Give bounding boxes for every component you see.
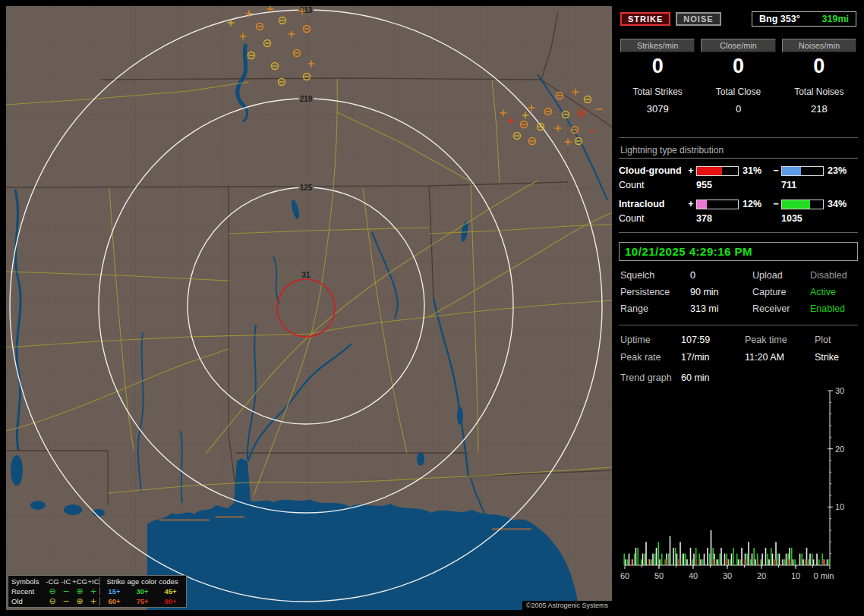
cloud-ground-label: Cloud-ground — [619, 165, 686, 176]
svg-text:313: 313 — [300, 6, 313, 14]
cg-pos-bar-fill — [697, 167, 722, 175]
legend-old-label: Old — [10, 597, 45, 605]
legend-col-neg-cg: -CG — [45, 577, 60, 586]
strikes-per-min-button[interactable]: Strikes/min — [620, 39, 695, 52]
trend-graph-label: Trend graph — [620, 372, 681, 383]
ic-pos-pct: 12% — [739, 199, 771, 209]
bearing-value: Bng 353° — [759, 14, 800, 24]
cg-neg-count: 711 — [771, 180, 856, 190]
age-75: 75+ — [136, 597, 148, 605]
noises-per-min-button[interactable]: Noises/min — [782, 39, 856, 52]
strikes-per-min-value: 0 — [620, 55, 695, 77]
count-label: Count — [619, 180, 686, 190]
age-45: 45+ — [164, 587, 176, 596]
peak-rate-label: Peak rate — [620, 352, 681, 363]
svg-text:40: 40 — [689, 571, 698, 580]
ic-neg-bar — [781, 200, 824, 209]
svg-text:219: 219 — [300, 95, 313, 103]
bearing-range: 319mi — [822, 14, 849, 24]
uptime-value: 107:59 — [681, 335, 745, 345]
persistence-label: Persistence — [620, 287, 690, 297]
cg-neg-bar-fill — [782, 167, 801, 175]
divider — [619, 325, 858, 325]
ic-pos-count: 378 — [686, 213, 771, 224]
strike-toggle-button[interactable]: STRIKE — [620, 12, 670, 26]
svg-text:30: 30 — [723, 571, 732, 580]
map-svg: 31321912531 — [6, 6, 612, 610]
ic-pos-bar — [696, 200, 739, 209]
recent-pos-cg-icon: ⊕ — [72, 587, 87, 596]
svg-text:10: 10 — [791, 571, 800, 580]
recent-neg-cg-icon: ⊖ — [45, 587, 60, 596]
legend-age-title: Strike age color codes — [99, 577, 184, 586]
receiver-label: Receiver — [752, 303, 810, 314]
copyright-text: ©2005 Astrogenic Systems — [522, 601, 612, 610]
range-value: 313 mi — [690, 303, 752, 314]
trend-graph-window: 60 min — [681, 372, 856, 383]
cg-neg-pct: 23% — [824, 165, 856, 176]
uptime-label: Uptime — [620, 335, 681, 345]
svg-text:60: 60 — [620, 571, 629, 580]
ic-neg-bar-fill — [782, 200, 810, 209]
peak-time-value: 11:20 AM — [745, 352, 815, 363]
legend-col-pos-ic: +IC — [87, 577, 99, 586]
age-60: 60+ — [108, 597, 120, 605]
total-close-value: 0 — [701, 103, 775, 115]
upload-status: Disabled — [810, 270, 856, 281]
ic-neg-pct: 34% — [824, 199, 856, 209]
map-legend: Symbols -CG -IC +CG +IC Strike age color… — [8, 575, 187, 608]
peak-time-label: Peak time — [745, 335, 815, 345]
datetime-display: 10/21/2025 4:29:16 PM — [619, 242, 858, 261]
ic-pos-bar-fill — [697, 200, 707, 209]
range-label: Range — [620, 303, 690, 314]
cg-pos-count: 955 — [686, 180, 771, 190]
minus-sign: − — [771, 165, 781, 176]
right-panel: STRIKE NOISE Bng 353° 319mi Strikes/min … — [619, 6, 858, 610]
noises-per-min-value: 0 — [782, 55, 856, 77]
legend-recent-label: Recent — [10, 587, 45, 596]
svg-text:50: 50 — [654, 571, 664, 580]
plus-sign: + — [686, 199, 696, 209]
old-pos-cg-icon: ⊕ — [72, 597, 87, 605]
plus-sign: + — [686, 165, 696, 176]
divider — [619, 232, 858, 233]
old-pos-ic-icon: + — [87, 597, 99, 605]
svg-text:0 min: 0 min — [814, 571, 834, 580]
total-close-label: Total Close — [701, 86, 775, 97]
svg-text:30: 30 — [835, 386, 844, 395]
squelch-label: Squelch — [620, 270, 690, 281]
svg-text:10: 10 — [835, 502, 844, 511]
intracloud-label: Intracloud — [619, 199, 686, 209]
ic-neg-count: 1035 — [771, 213, 856, 224]
receiver-status: Enabled — [810, 303, 856, 314]
count-label: Count — [619, 213, 686, 224]
total-noises-label: Total Noises — [782, 86, 856, 97]
close-per-min-button[interactable]: Close/min — [701, 39, 775, 52]
trend-graph: 1020306050403020100 min — [620, 386, 856, 585]
total-strikes-label: Total Strikes — [620, 86, 695, 97]
distribution-title: Lightning type distribution — [619, 138, 858, 159]
plot-label: Plot — [815, 335, 856, 345]
legend-symbols-header: Symbols — [10, 577, 45, 586]
legend-col-pos-cg: +CG — [72, 577, 87, 586]
age-90: 90+ — [164, 597, 176, 605]
cg-pos-pct: 31% — [739, 165, 771, 176]
strike-map[interactable]: 31321912531 Symbols -CG -IC +CG +IC Stri… — [6, 6, 612, 610]
old-neg-cg-icon: ⊖ — [45, 597, 60, 605]
squelch-value: 0 — [690, 270, 752, 281]
capture-label: Capture — [752, 287, 810, 297]
recent-neg-ic-icon: − — [60, 587, 72, 596]
total-noises-value: 218 — [782, 103, 856, 115]
minus-sign: − — [771, 199, 781, 209]
upload-label: Upload — [752, 270, 810, 281]
svg-text:31: 31 — [301, 271, 311, 279]
plot-value: Strike — [815, 352, 856, 363]
noise-toggle-button[interactable]: NOISE — [676, 12, 721, 26]
total-strikes-value: 3079 — [620, 103, 695, 115]
recent-pos-ic-icon: + — [87, 587, 99, 596]
svg-text:125: 125 — [300, 184, 313, 192]
age-30: 30+ — [136, 587, 148, 596]
persistence-value: 90 min — [690, 287, 752, 297]
peak-rate-value: 17/min — [681, 352, 745, 363]
cg-pos-bar — [696, 166, 739, 176]
